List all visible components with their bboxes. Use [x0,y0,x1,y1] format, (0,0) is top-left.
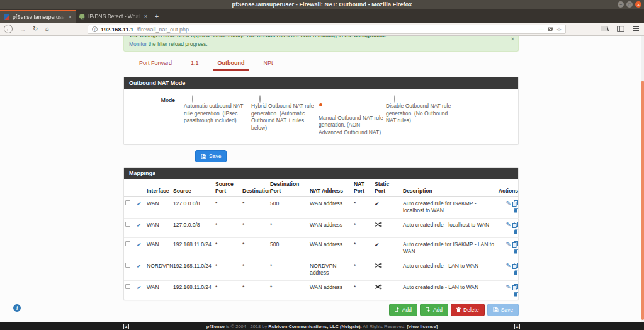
cell-nat-address: WAN address [308,218,353,237]
footer-company: Rubicon Communications, LLC (Netgate). [268,324,361,329]
random-icon [375,222,382,227]
page-scrollbar[interactable] [641,36,644,322]
row-checkbox[interactable] [125,200,130,205]
window-title: pfSense.Iamsuperuser - Firewall: NAT: Ou… [232,1,412,8]
cell-source: 192.168.11.0/24 [172,259,214,280]
trash-icon [456,307,461,312]
browser-tab-pfsense[interactable]: pfSense.Iamsuperuser - F × [0,10,76,23]
url-bar[interactable]: i 192.168.11.1 /firewall_nat_out.php ⋯ ☆ [88,25,566,34]
rule-enabled-icon[interactable]: ✔ [137,263,142,270]
mappings-table: Interface Source Source Port Destination… [124,179,519,299]
delete-icon[interactable] [514,208,518,213]
tab-outbound[interactable]: Outbound [208,57,254,71]
home-button[interactable]: ⌂ [45,26,49,32]
mode-option-text: Disable Outbound NAT rule generation. (N… [386,103,453,124]
cell-destination: * [241,237,269,259]
page-actions-icon[interactable]: ⋯ [538,26,544,33]
browser-tab-ipdns[interactable]: IP/DNS Detect - What is y × [76,10,151,23]
col-source: Source [172,179,214,196]
radio-disable[interactable] [394,95,395,103]
window-titlebar[interactable]: pfSense.Iamsuperuser - Firewall: NAT: Ou… [0,0,644,9]
cell-description: Auto created rule for ISAKMP - LAN to WA… [402,237,495,259]
cell-nat-port: * [353,218,373,237]
cell-source: 192.168.11.0/24 [172,280,214,300]
tab-port-forward[interactable]: Port Forward [130,57,181,71]
radio-automatic[interactable] [192,95,193,103]
footer-right-icon[interactable]: ▲ [514,324,520,329]
bookmark-star-icon[interactable]: ☆ [556,26,562,33]
random-icon [375,263,382,268]
radio-manual[interactable] [319,95,386,114]
library-icon[interactable] [601,25,609,32]
window-minimize-button[interactable]: − [618,1,624,8]
success-alert: The changes have been applied successful… [123,36,519,52]
save-button[interactable]: Save [195,150,227,162]
copy-icon[interactable] [512,284,518,290]
new-tab-button[interactable]: + [151,10,162,23]
radio-hybrid[interactable] [259,95,261,103]
sidebar-toggle-icon[interactable] [617,26,624,32]
delete-icon[interactable] [514,229,518,234]
add-rule-bottom-button[interactable]: Add [420,304,448,316]
tab-1-1[interactable]: 1:1 [181,57,208,71]
delete-icon[interactable] [514,249,518,254]
reload-button[interactable]: ↻ [33,26,38,32]
back-button[interactable]: ← [4,25,13,33]
copy-icon[interactable] [512,241,518,248]
cell-nat-address: NORDVPN address [308,259,353,280]
edit-icon[interactable]: ✎ [506,241,511,248]
rule-enabled-icon[interactable]: ✔ [137,285,142,291]
rule-enabled-icon[interactable]: ✔ [137,201,142,207]
row-checkbox[interactable] [125,284,130,289]
edit-icon[interactable]: ✎ [506,222,511,228]
col-nat-port: NAT Port [353,179,373,196]
row-checkbox[interactable] [125,241,130,246]
delete-button-label: Delete [463,307,479,313]
copy-icon[interactable] [512,263,518,269]
cell-destination: * [241,218,269,237]
add-rule-top-button[interactable]: Add [389,304,417,316]
tab-close-icon[interactable]: × [144,13,147,20]
delete-selected-button[interactable]: Delete [451,304,485,316]
copy-icon[interactable] [512,222,518,228]
tab-npt[interactable]: NPt [254,57,283,71]
edit-icon[interactable]: ✎ [506,200,511,207]
col-interface: Interface [145,179,172,196]
cell-destination-port: * [269,280,308,300]
rule-enabled-icon[interactable]: ✔ [137,242,142,248]
pocket-icon[interactable] [547,26,553,33]
cell-description: Auto created rule - LAN to WAN [402,259,495,280]
hamburger-menu-icon[interactable] [633,25,639,32]
copy-icon[interactable] [512,200,518,207]
monitor-link[interactable]: Monitor [129,41,147,47]
delete-icon[interactable] [514,292,518,297]
cell-destination-port: * [269,218,308,237]
window-close-button[interactable]: × [635,1,641,8]
cell-interface: WAN [145,196,172,218]
mapping-row: ✔ WAN 127.0.0.0/8 * * * WAN address * ✔ [124,218,519,237]
info-icon[interactable]: i [13,304,21,312]
save-mappings-button[interactable]: Save [487,304,519,316]
mapping-row: ✔ WAN 127.0.0.0/8 * * 500 WAN address * … [124,196,519,218]
window-maximize-button[interactable]: □ [626,1,633,8]
scrollbar-thumb[interactable] [641,81,644,320]
cell-destination-port: * [269,259,308,280]
rule-enabled-icon[interactable]: ✔ [137,222,142,229]
view-license-link[interactable]: [view license] [407,324,438,329]
save-icon [493,307,499,312]
outbound-nat-mode-panel: Outbound NAT Mode Mode Automatic outboun… [123,77,519,145]
mapping-row: ✔ WAN 192.168.11.0/24 * * * WAN address … [124,280,519,300]
row-checkbox[interactable] [125,263,130,268]
delete-icon[interactable] [514,270,518,275]
mode-option-text: Manual Outbound NAT rule generation. (AO… [319,115,386,136]
edit-icon[interactable]: ✎ [506,263,511,269]
mode-option-disable: Disable Outbound NAT rule generation. (N… [386,96,453,136]
tab-close-icon[interactable]: × [69,14,72,20]
save-icon [201,154,206,159]
edit-icon[interactable]: ✎ [506,284,511,290]
mode-option-manual: Manual Outbound NAT rule generation. (AO… [319,96,386,136]
alert-close-icon[interactable]: × [511,36,514,42]
forward-button[interactable]: → [20,26,26,33]
site-info-icon[interactable]: i [92,26,98,32]
row-checkbox[interactable] [125,222,130,227]
